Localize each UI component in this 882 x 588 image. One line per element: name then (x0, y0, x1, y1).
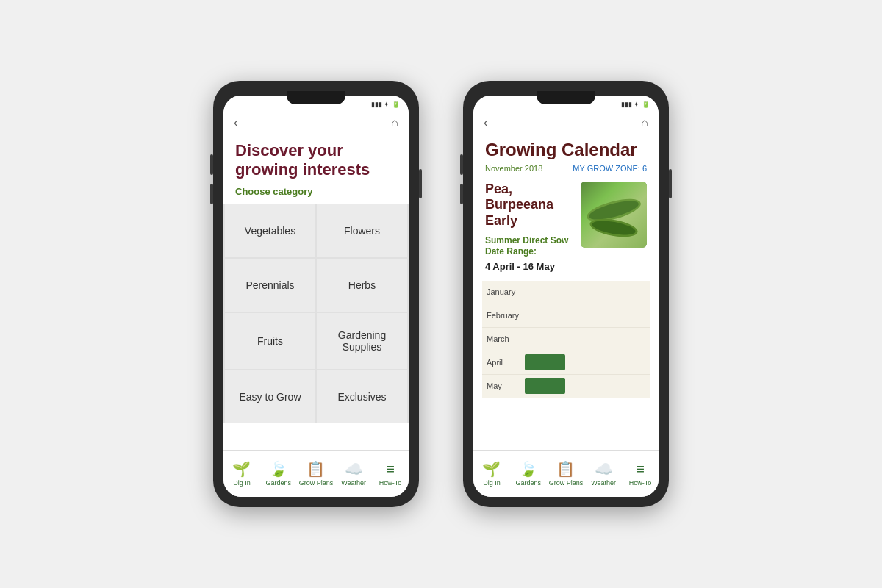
phone-2-back-button[interactable]: ‹ (484, 116, 487, 129)
tab-2-weather[interactable]: ☁️ Weather (587, 460, 620, 487)
dig-in-icon-2: 🌱 (482, 460, 501, 478)
tab-1-how-to-label: How-To (379, 479, 402, 487)
calendar-row-april: April (482, 351, 650, 375)
tab-2-grow-plans[interactable]: 📋 Grow Plans (549, 460, 584, 487)
category-exclusives[interactable]: Exclusives (317, 370, 407, 423)
phone-1-notch (287, 91, 345, 104)
phone-2-plant-image (581, 182, 647, 248)
phone-2: ▮▮▮ ✦ 🔋 ‹ ⌂ Growing Calendar November 20… (463, 81, 669, 507)
phone-2-home-button[interactable]: ⌂ (641, 116, 648, 129)
cal-month-april: April (482, 358, 525, 367)
category-vegetables[interactable]: Vegetables (225, 204, 315, 257)
tab-2-gardens-label: Gardens (516, 479, 542, 487)
tab-1-weather[interactable]: ☁️ Weather (337, 460, 370, 487)
phone-1-tab-bar: 🌱 Dig In 🍃 Gardens 📋 Grow Plans ☁️ Weath… (223, 450, 409, 497)
phone-2-zone: MY GROW ZONE: 6 (573, 164, 647, 173)
phone-2-plant-info: Pea, Burpeeana Early Summer Direct Sow D… (485, 182, 573, 272)
phone-2-notch (537, 91, 595, 104)
phone-1-screen: ▮▮▮ ✦ 🔋 ‹ ⌂ Discover your growing intere… (223, 96, 409, 497)
phone-1-vol-dn (210, 184, 213, 204)
phone-1-vol-up (210, 154, 213, 175)
phone-2-vol-up (460, 154, 463, 175)
tab-1-weather-label: Weather (341, 479, 366, 487)
calendar-row-may: May (482, 375, 650, 398)
dig-in-icon: 🌱 (232, 460, 251, 478)
tab-1-dig-in-label: Dig In (233, 479, 251, 487)
tab-2-weather-label: Weather (591, 479, 616, 487)
phone-1-subtitle: Choose category (223, 183, 409, 204)
cal-bar-area-february (525, 304, 650, 327)
tab-2-dig-in-label: Dig In (483, 479, 501, 487)
calendar-row-january: January (482, 281, 650, 304)
cal-bar-area-january (525, 281, 650, 304)
cal-month-march: March (482, 334, 525, 343)
phone-2-month: November 2018 (485, 164, 542, 173)
weather-icon-2: ☁️ (595, 460, 613, 478)
phone-1-title: Discover your growing interests (223, 134, 409, 183)
phone-2-sow-date: 4 April - 16 May (485, 261, 573, 272)
tab-1-how-to[interactable]: ≡ How-To (374, 461, 406, 487)
phone-2-header: Growing Calendar November 2018 MY GROW Z… (473, 134, 659, 176)
phone-1-category-grid: Vegetables Flowers Perennials Herbs Frui… (223, 204, 409, 423)
tab-2-gardens[interactable]: 🍃 Gardens (512, 460, 545, 487)
cal-bar-area-march (525, 328, 650, 351)
cal-month-january: January (482, 287, 525, 296)
phone-2-calendar: January February March April (473, 278, 659, 404)
cal-bar-area-may (525, 375, 650, 398)
cal-month-february: February (482, 311, 525, 320)
gardens-icon: 🍃 (269, 460, 287, 478)
grow-plans-icon: 📋 (306, 460, 325, 478)
tab-2-how-to-label: How-To (629, 479, 652, 487)
how-to-icon-2: ≡ (636, 461, 645, 478)
calendar-row-march: March (482, 328, 650, 351)
phone-2-meta: November 2018 MY GROW ZONE: 6 (485, 164, 647, 173)
phone-1-home-button[interactable]: ⌂ (391, 116, 398, 129)
category-perennials[interactable]: Perennials (225, 259, 315, 312)
phone-2-screen: ▮▮▮ ✦ 🔋 ‹ ⌂ Growing Calendar November 20… (473, 96, 659, 497)
phone-2-tab-bar: 🌱 Dig In 🍃 Gardens 📋 Grow Plans ☁️ Weath… (473, 450, 659, 497)
tab-1-grow-plans[interactable]: 📋 Grow Plans (299, 460, 334, 487)
tab-1-gardens[interactable]: 🍃 Gardens (262, 460, 295, 487)
tab-1-gardens-label: Gardens (266, 479, 292, 487)
phone-2-plant-section: Pea, Burpeeana Early Summer Direct Sow D… (473, 176, 659, 278)
phone-2-status-icons: ▮▮▮ ✦ 🔋 (621, 101, 650, 108)
phone-1: ▮▮▮ ✦ 🔋 ‹ ⌂ Discover your growing intere… (213, 81, 419, 507)
calendar-row-february: February (482, 304, 650, 328)
tab-1-dig-in[interactable]: 🌱 Dig In (226, 460, 258, 487)
phones-container: ▮▮▮ ✦ 🔋 ‹ ⌂ Discover your growing intere… (213, 81, 669, 507)
grow-plans-icon-2: 📋 (556, 460, 575, 478)
phone-1-back-button[interactable]: ‹ (234, 116, 237, 129)
cal-bar-may (525, 378, 565, 394)
pea-image (581, 182, 647, 248)
category-easy-to-grow[interactable]: Easy to Grow (225, 370, 315, 423)
phone-2-sow-label: Summer Direct Sow Date Range: (485, 235, 573, 258)
phone-1-nav-bar: ‹ ⌂ (223, 113, 409, 134)
phone-2-title: Growing Calendar (485, 140, 647, 161)
gardens-icon-2: 🍃 (519, 460, 537, 478)
phone-2-power (669, 169, 672, 198)
cal-bar-april (525, 354, 565, 370)
how-to-icon: ≡ (386, 461, 395, 478)
tab-2-dig-in[interactable]: 🌱 Dig In (476, 460, 508, 487)
phone-2-vol-dn (460, 184, 463, 204)
category-flowers[interactable]: Flowers (317, 204, 407, 257)
weather-icon: ☁️ (345, 460, 363, 478)
category-gardening-supplies[interactable]: Gardening Supplies (317, 313, 407, 369)
tab-1-grow-plans-label: Grow Plans (299, 479, 334, 487)
tab-2-how-to[interactable]: ≡ How-To (624, 461, 656, 487)
category-fruits[interactable]: Fruits (225, 313, 315, 369)
cal-bar-area-april (525, 351, 650, 374)
phone-1-power (419, 169, 422, 198)
phone-1-screen-content: Discover your growing interests Choose c… (223, 134, 409, 450)
phone-2-screen-content: Growing Calendar November 2018 MY GROW Z… (473, 134, 659, 450)
phone-2-nav-bar: ‹ ⌂ (473, 113, 659, 134)
cal-month-may: May (482, 381, 525, 390)
phone-1-status-icons: ▮▮▮ ✦ 🔋 (371, 101, 400, 108)
tab-2-grow-plans-label: Grow Plans (549, 479, 584, 487)
phone-2-plant-name: Pea, Burpeeana Early (485, 182, 573, 229)
category-herbs[interactable]: Herbs (317, 259, 407, 312)
